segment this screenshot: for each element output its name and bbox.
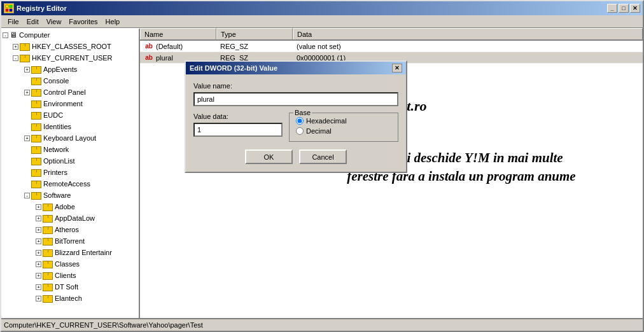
list-row[interactable]: ab (Default) REG_SZ (value not set) xyxy=(140,41,643,52)
expand-adobe[interactable]: + xyxy=(36,204,41,210)
dialog-title-bar: Edit DWORD (32-bit) Value ✕ xyxy=(186,62,406,74)
folder-icon-printers xyxy=(31,168,41,177)
tree-panel[interactable]: - 🖥 Computer + HKEY_CLASSES_ROOT - HKEY_… xyxy=(1,28,140,318)
tree-label-console: Console xyxy=(43,77,69,85)
radio-dec[interactable] xyxy=(296,127,304,135)
expand-classes[interactable]: + xyxy=(36,261,41,267)
edit-dword-dialog: Edit DWORD (32-bit) Value ✕ Value name: … xyxy=(185,60,407,173)
expand-bittorrent[interactable]: + xyxy=(36,239,41,244)
dialog-close-button[interactable]: ✕ xyxy=(392,64,402,73)
tree-item-optionlist[interactable]: OptionList xyxy=(1,155,139,167)
tree-label-remoteaccess: RemoteAccess xyxy=(43,180,90,188)
expand-computer[interactable]: - xyxy=(3,32,8,38)
menu-file[interactable]: File xyxy=(4,17,23,27)
col-header-name: Name xyxy=(140,28,216,39)
tree-label-environment: Environment xyxy=(43,100,83,107)
radio-hex-label: Hexadecimal xyxy=(306,117,347,125)
tree-item-adobe[interactable]: + Adobe xyxy=(1,201,139,212)
expand-blizzard[interactable]: + xyxy=(36,250,41,256)
tree-item-appdatalow[interactable]: + AppDataLow xyxy=(1,212,139,224)
cancel-button[interactable]: Cancel xyxy=(299,149,347,164)
tree-item-computer[interactable]: - 🖥 Computer xyxy=(1,29,139,41)
tree-label-computer: Computer xyxy=(19,31,50,39)
reg-value-icon-0: ab xyxy=(144,42,154,51)
menu-help[interactable]: Help xyxy=(102,17,124,27)
folder-icon-control-panel xyxy=(31,88,41,97)
list-cell-data-0: (value not set) xyxy=(293,43,643,50)
expand-classes-root[interactable]: + xyxy=(13,44,18,50)
base-group: Base Hexadecimal Decimal xyxy=(289,113,398,142)
folder-icon-software xyxy=(31,191,41,200)
tree-item-classes[interactable]: + Classes xyxy=(1,258,139,270)
title-bar: Registry Editor _ □ ✕ xyxy=(1,1,643,15)
tree-item-dt-soft[interactable]: + DT Soft xyxy=(1,281,139,293)
tree-item-console[interactable]: Console xyxy=(1,75,139,86)
folder-icon-dt-soft xyxy=(43,282,53,291)
expand-atheros[interactable]: + xyxy=(36,227,41,233)
tree-item-eudc[interactable]: EUDC xyxy=(1,109,139,121)
tree-item-appevents[interactable]: + AppEvents xyxy=(1,64,139,75)
tree-item-keyboard-layout[interactable]: + Keyboard Layout xyxy=(1,132,139,144)
radio-hex[interactable] xyxy=(296,117,304,125)
tree-item-remoteaccess[interactable]: RemoteAccess xyxy=(1,178,139,190)
folder-icon-appevents xyxy=(31,65,41,74)
tree-item-blizzard[interactable]: + Blizzard Entertainr xyxy=(1,247,139,258)
title-bar-left: Registry Editor xyxy=(4,3,67,13)
folder-icon-classes-root xyxy=(20,42,30,51)
reg-value-icon-1: ab xyxy=(144,53,154,62)
value-name-label: Value name: xyxy=(193,82,398,90)
tree-item-printers[interactable]: Printers xyxy=(1,167,139,178)
value-name-input[interactable] xyxy=(193,92,398,106)
folder-icon-elantech xyxy=(43,294,53,303)
ok-button[interactable]: OK xyxy=(245,149,293,164)
menu-favorites[interactable]: Favorites xyxy=(65,17,101,27)
tree-item-environment[interactable]: Environment xyxy=(1,98,139,109)
radio-dec-label: Decimal xyxy=(306,127,332,135)
folder-icon-bittorrent xyxy=(43,237,53,246)
tree-item-elantech[interactable]: + Elantech xyxy=(1,293,139,304)
tree-item-software[interactable]: - Software xyxy=(1,190,139,201)
tree-item-bittorrent[interactable]: + BitTorrent xyxy=(1,235,139,247)
minimize-button[interactable]: _ xyxy=(607,4,617,13)
list-cell-type-0: REG_SZ xyxy=(216,43,293,50)
value-data-label: Value data: xyxy=(193,113,283,120)
tree-scroll-area[interactable]: - 🖥 Computer + HKEY_CLASSES_ROOT - HKEY_… xyxy=(1,29,139,318)
tree-label-current-user: HKEY_CURRENT_USER xyxy=(32,54,113,62)
tree-item-current-user[interactable]: - HKEY_CURRENT_USER xyxy=(1,52,139,64)
tree-item-control-panel[interactable]: + Control Panel xyxy=(1,86,139,98)
window-title: Registry Editor xyxy=(17,4,67,12)
folder-icon-adobe xyxy=(43,202,53,211)
value-data-input[interactable] xyxy=(193,123,283,137)
radio-dec-row: Decimal xyxy=(296,127,391,135)
tree-label-blizzard: Blizzard Entertainr xyxy=(55,249,112,256)
radio-hex-row: Hexadecimal xyxy=(296,117,391,125)
maximize-button[interactable]: □ xyxy=(619,4,629,13)
expand-appdatalow[interactable]: + xyxy=(36,216,41,221)
tree-item-clients[interactable]: + Clients xyxy=(1,270,139,281)
svg-rect-0 xyxy=(6,5,8,8)
status-bar: Computer\HKEY_CURRENT_USER\Software\Yaho… xyxy=(1,318,643,331)
expand-software[interactable]: - xyxy=(24,193,30,198)
expand-dt-soft[interactable]: + xyxy=(36,284,41,290)
tree-label-eudc: EUDC xyxy=(43,111,63,119)
folder-icon-identities xyxy=(31,122,41,131)
expand-appevents[interactable]: + xyxy=(24,67,30,73)
list-header: Name Type Data xyxy=(140,28,643,41)
expand-control-panel[interactable]: + xyxy=(24,90,30,95)
tree-item-classes-root[interactable]: + HKEY_CLASSES_ROOT xyxy=(1,41,139,52)
expand-current-user[interactable]: - xyxy=(13,55,18,61)
svg-rect-3 xyxy=(10,9,12,11)
menu-view[interactable]: View xyxy=(43,17,66,27)
menu-bar: File Edit View Favorites Help xyxy=(1,15,643,28)
tree-item-network[interactable]: Network xyxy=(1,144,139,155)
tree-item-identities[interactable]: Identities xyxy=(1,121,139,132)
folder-icon-blizzard xyxy=(43,248,53,257)
menu-edit[interactable]: Edit xyxy=(23,17,43,27)
tree-item-atheros[interactable]: + Atheros xyxy=(1,224,139,235)
expand-clients[interactable]: + xyxy=(36,273,41,279)
folder-icon-current-user xyxy=(20,53,30,62)
expand-elantech[interactable]: + xyxy=(36,296,41,301)
folder-icon-eudc xyxy=(31,111,41,120)
expand-keyboard-layout[interactable]: + xyxy=(24,135,30,141)
close-button[interactable]: ✕ xyxy=(630,4,640,13)
